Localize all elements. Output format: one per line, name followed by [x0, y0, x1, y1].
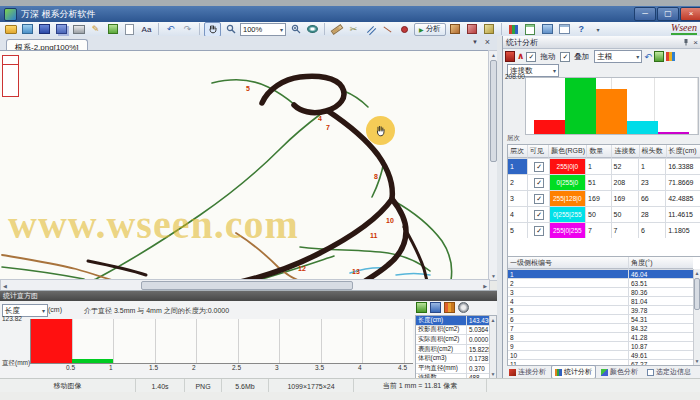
open-folder-icon[interactable]: [3, 23, 18, 36]
angle-row[interactable]: 7 84.32: [508, 324, 700, 333]
angle-row[interactable]: 2 63.51: [508, 279, 700, 288]
tab-statistics-analysis[interactable]: 统计分析: [551, 365, 596, 379]
col-header[interactable]: 颜色(RGB): [549, 145, 587, 158]
help-icon[interactable]: ?: [574, 23, 589, 36]
visible-checkbox[interactable]: ✓: [534, 162, 544, 172]
help-dropdown-icon[interactable]: ▾: [591, 23, 606, 36]
tab-color-analysis[interactable]: 颜色分析: [597, 365, 642, 379]
chart-export-icon[interactable]: [444, 302, 455, 313]
layer-row[interactable]: 2 ✓ 0|255|0 51 208 23 71.8669: [508, 175, 700, 191]
report-icon[interactable]: [523, 23, 538, 36]
export-icon[interactable]: [105, 23, 120, 36]
angle-row[interactable]: 5 39.78: [508, 306, 700, 315]
layer-row[interactable]: 4 ✓ 0|255|255 50 50 28 11.4615: [508, 207, 700, 223]
col-header[interactable]: 角度(°): [629, 257, 693, 269]
angle-row[interactable]: 6 54.31: [508, 315, 700, 324]
overlay-checkbox[interactable]: ✓: [560, 52, 570, 62]
panel-close-icon[interactable]: ×: [693, 38, 698, 47]
summary-row[interactable]: 体积(cm3) 0.1738: [416, 354, 496, 364]
summary-row[interactable]: 实际面积(cm2) 0.0000: [416, 335, 496, 345]
gallery-icon[interactable]: [540, 23, 555, 36]
grid-icon[interactable]: [557, 23, 572, 36]
vertical-scroll-thumb[interactable]: [490, 60, 497, 162]
visible-checkbox[interactable]: ✓: [534, 178, 544, 188]
undo-icon[interactable]: ↶: [163, 23, 178, 36]
angle-row[interactable]: 3 80.36: [508, 288, 700, 297]
angle-row[interactable]: 8 41.28: [508, 333, 700, 342]
angle-row[interactable]: 10 49.61: [508, 351, 700, 360]
close-button[interactable]: ×: [680, 7, 700, 21]
root-type-select[interactable]: 主根 ▾: [594, 50, 642, 63]
stamp2-icon[interactable]: [465, 23, 480, 36]
layer-row[interactable]: 1 ✓ 255|0|0 1 52 1 16.3388: [508, 159, 700, 175]
tab-list-dropdown-icon[interactable]: ▼: [472, 39, 478, 45]
undo-icon[interactable]: ↶: [644, 52, 652, 62]
drag-checkbox[interactable]: ✓: [526, 52, 536, 62]
summary-row[interactable]: 表面积(cm2) 15.8225: [416, 345, 496, 355]
zoom-in-icon[interactable]: [288, 23, 303, 36]
col-header[interactable]: 数量: [587, 145, 612, 158]
connect-tool-icon[interactable]: [363, 23, 378, 36]
minimize-button[interactable]: ─: [634, 7, 656, 21]
scroll-up-icon[interactable]: ▲: [490, 316, 496, 324]
scroll-down-icon[interactable]: ▼: [694, 357, 700, 365]
tab-connection-analysis[interactable]: 连接分析: [505, 365, 550, 379]
export-sheet-icon[interactable]: [654, 51, 664, 62]
visible-checkbox[interactable]: ✓: [534, 210, 544, 220]
scroll-up-icon[interactable]: ▲: [694, 269, 700, 277]
mark-tool-icon[interactable]: [397, 23, 412, 36]
summary-row[interactable]: 平均直径(mm) 0.370: [416, 364, 496, 374]
split-tool-icon[interactable]: [380, 23, 395, 36]
redo-icon[interactable]: ↷: [180, 23, 195, 36]
scroll-down-icon[interactable]: ▼: [490, 370, 496, 378]
scroll-right-icon[interactable]: ▶: [483, 282, 487, 290]
save-icon[interactable]: [37, 23, 52, 36]
summary-row[interactable]: 投影面积(cm2) 5.0364: [416, 326, 496, 336]
pin-icon[interactable]: [682, 38, 690, 46]
tab-close-icon[interactable]: ×: [485, 37, 490, 47]
zoom-select-icon[interactable]: [223, 23, 238, 36]
layer-row[interactable]: 5 ✓ 255|0|255 7 7 6 1.1805: [508, 223, 700, 238]
summary-row[interactable]: 长度(cm) 143.436: [416, 316, 496, 326]
stamp3-icon[interactable]: [482, 23, 497, 36]
layer-row[interactable]: 3 ✓ 255|128|0 169 169 66 42.4885: [508, 191, 700, 207]
chart-icon[interactable]: [506, 23, 521, 36]
col-header[interactable]: 层次: [508, 145, 528, 158]
flag-icon[interactable]: [505, 51, 515, 62]
vertical-scroll-thumb[interactable]: [694, 278, 700, 310]
zoom-level-select[interactable]: 100% ▾: [240, 23, 286, 36]
col-header[interactable]: 连接数: [612, 145, 639, 158]
pan-hand-icon[interactable]: [204, 22, 221, 37]
tab-selected-edge-info[interactable]: 选定边信息: [643, 365, 695, 379]
angle-row[interactable]: 4 81.04: [508, 297, 700, 306]
copy-page-icon[interactable]: [122, 23, 137, 36]
col-header[interactable]: 一级侧根编号: [508, 257, 629, 269]
font-icon[interactable]: Aa: [139, 23, 154, 36]
save-data-icon[interactable]: [430, 302, 441, 313]
col-header[interactable]: 长度(cm): [667, 145, 700, 158]
visible-checkbox[interactable]: ✓: [534, 194, 544, 204]
col-header[interactable]: 可见: [528, 145, 550, 158]
col-header[interactable]: 根头数: [640, 145, 667, 158]
save-all-icon[interactable]: [54, 23, 69, 36]
edit-pencil-icon[interactable]: ✎: [88, 23, 103, 36]
image-canvas[interactable]: www.wseen.com 5 4 7 8 10 11 12 13: [0, 50, 488, 280]
horizontal-scroll-thumb[interactable]: [141, 281, 353, 290]
ruler-tool-icon[interactable]: [329, 23, 344, 36]
view-icon[interactable]: [305, 23, 320, 36]
angle-row[interactable]: 1 46.04: [508, 270, 700, 279]
stamp1-icon[interactable]: [448, 23, 463, 36]
summary-scrollbar[interactable]: ▲ ▼: [489, 316, 496, 378]
import-image-icon[interactable]: [20, 23, 35, 36]
prune-tool-icon[interactable]: ✂: [346, 23, 361, 36]
angle-row[interactable]: 9 10.87: [508, 342, 700, 351]
print-icon[interactable]: [71, 23, 86, 36]
maximize-button[interactable]: ▢: [657, 7, 679, 21]
export-report-icon[interactable]: [416, 302, 427, 313]
settings-gear-icon[interactable]: [458, 302, 469, 313]
angle-measure-icon[interactable]: ∧: [517, 52, 524, 61]
chart-icon[interactable]: [666, 52, 675, 61]
analyze-button[interactable]: ▶ 分析: [414, 23, 446, 36]
scroll-left-icon[interactable]: ◀: [3, 282, 7, 290]
navigator-box[interactable]: [2, 55, 19, 97]
